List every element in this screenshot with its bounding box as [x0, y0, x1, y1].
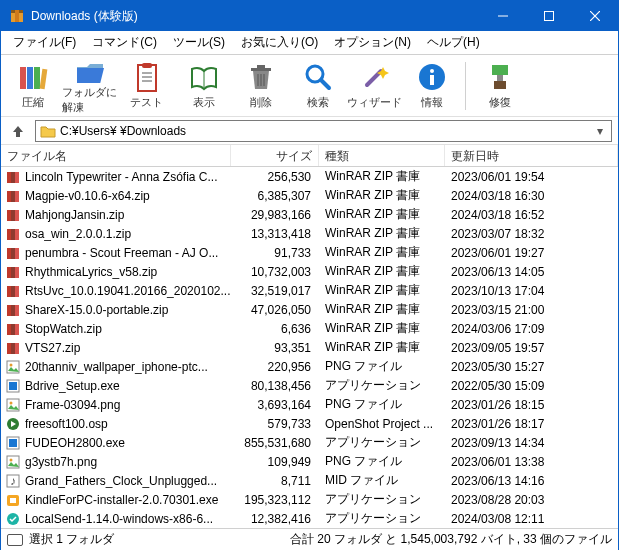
file-icon — [5, 435, 21, 451]
file-name: Grand_Fathers_Clock_Unplugged... — [25, 474, 217, 488]
svg-rect-59 — [11, 343, 15, 354]
file-date: 2023/06/13 14:05 — [445, 265, 618, 279]
up-arrow-icon — [11, 124, 25, 138]
file-size: 3,693,164 — [231, 398, 319, 412]
file-icon — [5, 302, 21, 318]
file-list[interactable]: Lincoln Typewriter - Anna Zsófia C...256… — [1, 167, 618, 528]
file-name: osa_win_2.0.0.1.zip — [25, 227, 131, 241]
table-row[interactable]: RtsUvc_10.0.19041.20166_2020102...32,519… — [1, 281, 618, 300]
file-size: 91,733 — [231, 246, 319, 260]
table-row[interactable]: 20thanniv_wallpaper_iphone-ptc...220,956… — [1, 357, 618, 376]
table-row[interactable]: StopWatch.zip6,636WinRAR ZIP 書庫2024/03/0… — [1, 319, 618, 338]
table-row[interactable]: RhythmicaLyrics_v58.zip10,732,003WinRAR … — [1, 262, 618, 281]
svg-rect-48 — [15, 267, 19, 278]
svg-rect-41 — [11, 229, 15, 240]
file-size: 579,733 — [231, 417, 319, 431]
col-date[interactable]: 更新日時 — [445, 145, 618, 166]
wizard-button[interactable]: ウィザード — [347, 57, 402, 115]
svg-rect-40 — [7, 229, 11, 240]
table-row[interactable]: penumbra - Scout Freeman - AJ O...91,733… — [1, 243, 618, 262]
file-name: Magpie-v0.10.6-x64.zip — [25, 189, 150, 203]
file-size: 855,531,680 — [231, 436, 319, 450]
maximize-button[interactable] — [526, 1, 572, 31]
trash-icon — [245, 61, 277, 93]
book-open-icon — [188, 61, 220, 93]
minimize-button[interactable] — [480, 1, 526, 31]
col-size[interactable]: サイズ — [231, 145, 319, 166]
file-kind: MID ファイル — [319, 472, 445, 489]
svg-rect-44 — [11, 248, 15, 259]
file-size: 8,711 — [231, 474, 319, 488]
file-name: RhythmicaLyrics_v58.zip — [25, 265, 157, 279]
table-row[interactable]: osa_win_2.0.0.1.zip13,313,418WinRAR ZIP … — [1, 224, 618, 243]
compress-button[interactable]: 圧縮 — [5, 57, 60, 115]
table-row[interactable]: ShareX-15.0.0-portable.zip47,026,050WinR… — [1, 300, 618, 319]
file-name: Lincoln Typewriter - Anna Zsófia C... — [25, 170, 218, 184]
table-row[interactable]: g3ystb7h.png109,949PNG ファイル2023/06/01 13… — [1, 452, 618, 471]
file-kind: WinRAR ZIP 書庫 — [319, 225, 445, 242]
svg-rect-30 — [494, 81, 506, 89]
app-icon — [9, 8, 25, 24]
file-kind: アプリケーション — [319, 434, 445, 451]
svg-rect-54 — [15, 305, 19, 316]
menu-options[interactable]: オプション(N) — [326, 31, 419, 54]
close-button[interactable] — [572, 1, 618, 31]
table-row[interactable]: ♪Grand_Fathers_Clock_Unplugged...8,711MI… — [1, 471, 618, 490]
file-kind: アプリケーション — [319, 377, 445, 394]
table-row[interactable]: KindleForPC-installer-2.0.70301.exe195,3… — [1, 490, 618, 509]
svg-rect-57 — [15, 324, 19, 335]
menu-command[interactable]: コマンド(C) — [84, 31, 165, 54]
svg-rect-64 — [9, 382, 17, 390]
table-row[interactable]: Bdrive_Setup.exe80,138,456アプリケーション2022/0… — [1, 376, 618, 395]
address-box[interactable]: C:¥Users¥ ¥Downloads ▾ — [35, 120, 612, 142]
delete-button[interactable]: 削除 — [233, 57, 288, 115]
file-size: 13,313,418 — [231, 227, 319, 241]
svg-rect-18 — [257, 65, 265, 68]
file-date: 2023/06/01 19:54 — [445, 170, 618, 184]
svg-rect-47 — [11, 267, 15, 278]
svg-rect-75 — [10, 498, 16, 503]
file-icon — [5, 321, 21, 337]
file-name: penumbra - Scout Freeman - AJ O... — [25, 246, 218, 260]
view-button[interactable]: 表示 — [176, 57, 231, 115]
table-row[interactable]: VTS27.zip93,351WinRAR ZIP 書庫2023/09/05 1… — [1, 338, 618, 357]
col-name[interactable]: ファイル名 — [1, 145, 231, 166]
drive-icon — [7, 534, 23, 546]
svg-rect-35 — [11, 191, 15, 202]
svg-rect-32 — [11, 172, 15, 183]
table-row[interactable]: Magpie-v0.10.6-x64.zip6,385,307WinRAR ZI… — [1, 186, 618, 205]
table-row[interactable]: Frame-03094.png3,693,164PNG ファイル2023/01/… — [1, 395, 618, 414]
file-kind: WinRAR ZIP 書庫 — [319, 206, 445, 223]
table-row[interactable]: Lincoln Typewriter - Anna Zsófia C...256… — [1, 167, 618, 186]
extract-button[interactable]: フォルダに解凍 — [62, 57, 117, 115]
svg-rect-8 — [27, 67, 33, 89]
table-row[interactable]: freesoft100.osp579,733OpenShot Project .… — [1, 414, 618, 433]
file-icon — [5, 207, 21, 223]
address-dropdown-icon[interactable]: ▾ — [593, 124, 607, 138]
file-icon — [5, 245, 21, 261]
file-kind: WinRAR ZIP 書庫 — [319, 244, 445, 261]
up-button[interactable] — [7, 120, 29, 142]
file-date: 2023/06/13 14:16 — [445, 474, 618, 488]
toolbar: 圧縮 フォルダに解凍 テスト 表示 削除 検索 ウィザード 情報 修復 — [1, 55, 618, 117]
col-kind[interactable]: 種類 — [319, 145, 445, 166]
table-row[interactable]: MahjongJansin.zip29,983,166WinRAR ZIP 書庫… — [1, 205, 618, 224]
find-button[interactable]: 検索 — [290, 57, 345, 115]
file-name: g3ystb7h.png — [25, 455, 97, 469]
info-button[interactable]: 情報 — [404, 57, 459, 115]
file-size: 47,026,050 — [231, 303, 319, 317]
svg-rect-7 — [20, 67, 26, 89]
table-row[interactable]: LocalSend-1.14.0-windows-x86-6...12,382,… — [1, 509, 618, 528]
repair-button[interactable]: 修復 — [472, 57, 527, 115]
svg-rect-60 — [15, 343, 19, 354]
menu-help[interactable]: ヘルプ(H) — [419, 31, 488, 54]
test-button[interactable]: テスト — [119, 57, 174, 115]
pathbar: C:¥Users¥ ¥Downloads ▾ — [1, 117, 618, 145]
svg-rect-39 — [15, 210, 19, 221]
svg-rect-10 — [39, 69, 47, 90]
menu-tools[interactable]: ツール(S) — [165, 31, 233, 54]
file-size: 12,382,416 — [231, 512, 319, 526]
table-row[interactable]: FUDEOH2800.exe855,531,680アプリケーション2023/09… — [1, 433, 618, 452]
menu-favorites[interactable]: お気に入り(O) — [233, 31, 326, 54]
menu-file[interactable]: ファイル(F) — [5, 31, 84, 54]
